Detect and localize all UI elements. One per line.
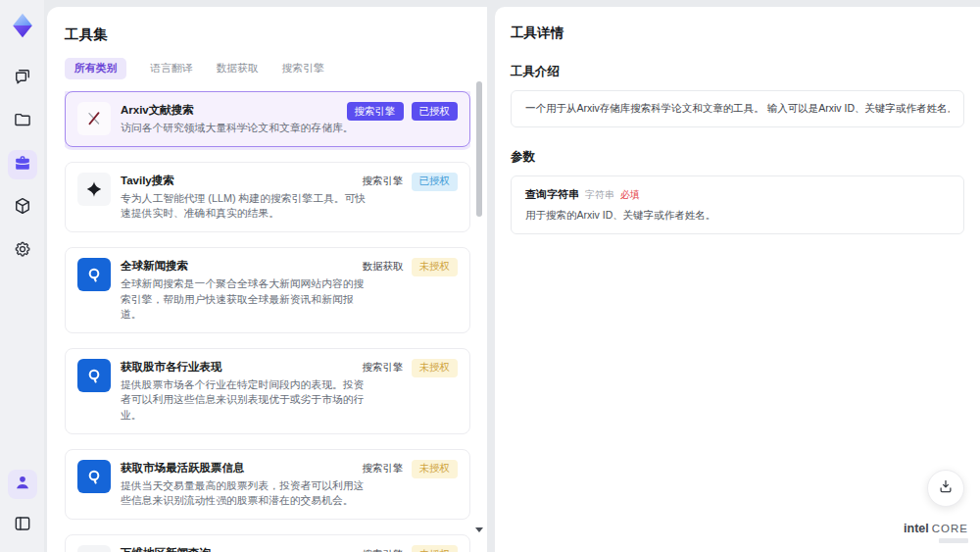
parameter-box: 查询字符串 字符串 必填 用于搜索的Arxiv ID、关键字或作者姓名。: [511, 176, 964, 234]
main-content: 工具集 所有类别语言翻译数据获取搜索引擎 Arxiv文献搜索 访问各个研究领域大…: [47, 7, 980, 552]
parameter-name: 查询字符串: [525, 187, 579, 202]
tool-description: 专为人工智能代理 (LLM) 构建的搜索引擎工具。可快速提供实时、准确和真实的结…: [121, 191, 369, 222]
tool-card[interactable]: Arxiv文献搜索 访问各个研究领域大量科学论文和文章的存储库。 搜索引擎 已授…: [65, 91, 470, 147]
tool-description: 提供股票市场各个行业在特定时间段内的表现。投资者可以利用这些信息来识别表现优于或…: [121, 377, 369, 424]
sidebar-item-panel[interactable]: [8, 511, 37, 540]
tools-panel-title: 工具集: [65, 25, 487, 44]
tab-3[interactable]: 搜索引擎: [282, 62, 324, 75]
scrollbar-thumb[interactable]: [476, 81, 482, 217]
tool-category-tag: 搜索引擎: [363, 361, 404, 375]
tool-category-tag: 搜索引擎: [363, 175, 404, 188]
tool-intro-text: 一个用于从Arxiv存储库搜索科学论文和文章的工具。 输入可以是Arxiv ID…: [525, 102, 950, 116]
sidebar-item-user[interactable]: [8, 470, 37, 499]
intel-sub-mark: [939, 538, 968, 543]
tools-panel: 工具集 所有类别语言翻译数据获取搜索引擎 Arxiv文献搜索 访问各个研究领域大…: [47, 7, 487, 552]
intel-core-logo: intel core: [904, 522, 968, 543]
sidebar-item-folder[interactable]: [8, 107, 37, 136]
tool-category-tag: 数据获取: [363, 260, 404, 274]
tool-auth-badge: 已授权: [412, 173, 459, 191]
user-icon: [13, 473, 32, 496]
chat-icon: [13, 67, 32, 90]
tool-auth-badge: 未授权: [412, 258, 459, 276]
download-button[interactable]: [927, 470, 964, 507]
tool-card[interactable]: 万维地区新闻查询 查询具体行政区划内的新闻，快速了解各地新闻动 搜索引擎 未授权: [65, 534, 470, 552]
details-panel: 工具详情 工具介绍 一个用于从Arxiv存储库搜索科学论文和文章的工具。 输入可…: [495, 7, 980, 552]
building-icon: [77, 545, 111, 552]
sidebar-item-toolbox[interactable]: [8, 150, 37, 179]
sidebar-item-chat[interactable]: [8, 64, 37, 93]
tool-description: 访问各个研究领域大量科学论文和文章的存储库。: [121, 121, 369, 136]
tool-category-tag: 搜索引擎: [363, 462, 404, 476]
tool-description: 提供当天交易量最高的股票列表，投资者可以利用这些信息来识别流动性强的股票和潜在的…: [121, 478, 369, 509]
tool-auth-badge: 未授权: [412, 545, 459, 552]
tool-intro-box: 一个用于从Arxiv存储库搜索科学论文和文章的工具。 输入可以是Arxiv ID…: [511, 90, 964, 127]
intro-heading: 工具介绍: [511, 64, 964, 80]
panel-icon: [13, 514, 32, 537]
intel-brand-text: intel: [904, 522, 929, 535]
tool-list: Arxiv文献搜索 访问各个研究领域大量科学论文和文章的存储库。 搜索引擎 已授…: [65, 91, 470, 552]
sidebar-item-cube[interactable]: [8, 193, 37, 223]
sidebar-item-settings[interactable]: [8, 236, 37, 266]
tab-2[interactable]: 数据获取: [216, 62, 258, 75]
scroll-down-icon[interactable]: [475, 527, 483, 532]
tool-auth-badge: 已授权: [412, 102, 459, 121]
settings-icon: [13, 239, 32, 263]
tool-card[interactable]: 获取股市各行业表现 提供股票市场各个行业在特定时间段内的表现。投资者可以利用这些…: [65, 348, 470, 434]
tool-card[interactable]: 获取市场最活跃股票信息 提供当天交易量最高的股票列表，投资者可以利用这些信息来识…: [65, 449, 470, 520]
newsq-icon: [77, 460, 111, 493]
tab-0[interactable]: 所有类别: [65, 58, 126, 79]
tool-card[interactable]: 全球新闻搜索 全球新闻搜索是一个聚合全球各大新闻网站内容的搜索引擎，帮助用户快速…: [65, 247, 470, 333]
toolbox-icon: [13, 153, 32, 176]
folder-icon: [13, 110, 32, 133]
tool-auth-badge: 未授权: [412, 359, 459, 377]
tab-1[interactable]: 语言翻译: [150, 62, 192, 75]
download-icon: [937, 477, 955, 499]
sidebar-nav: [8, 64, 37, 266]
newsq-icon: [77, 258, 111, 291]
sidebar: [0, 0, 44, 552]
category-tabs: 所有类别语言翻译数据获取搜索引擎: [65, 58, 487, 79]
details-panel-title: 工具详情: [511, 25, 964, 42]
core-brand-text: core: [932, 523, 968, 534]
arxiv-icon: [77, 102, 111, 135]
tool-description: 全球新闻搜索是一个聚合全球各大新闻网站内容的搜索引擎，帮助用户快速获取全球最新资…: [121, 276, 369, 323]
tool-category-tag: 搜索引擎: [347, 102, 404, 121]
parameter-type: 字符串: [585, 188, 614, 202]
app-logo-icon: [8, 11, 37, 40]
params-heading: 参数: [511, 149, 964, 166]
tool-card[interactable]: Tavily搜索 专为人工智能代理 (LLM) 构建的搜索引擎工具。可快速提供实…: [65, 162, 470, 232]
cube-icon: [13, 196, 32, 220]
parameter-description: 用于搜索的Arxiv ID、关键字或作者姓名。: [525, 209, 950, 223]
tool-auth-badge: 未授权: [412, 460, 459, 478]
scrollbar[interactable]: [476, 79, 482, 527]
newsq-icon: [77, 359, 111, 392]
parameter-required-badge: 必填: [620, 188, 640, 202]
tavily-icon: [77, 173, 111, 206]
sidebar-nav-bottom: [8, 470, 37, 540]
tool-category-tag: 搜索引擎: [363, 548, 404, 552]
